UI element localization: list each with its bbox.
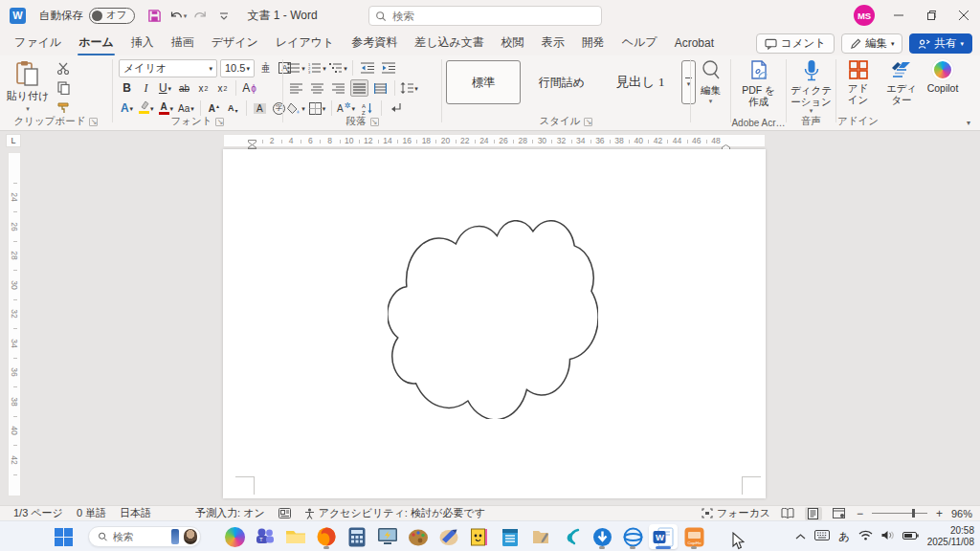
bold-button[interactable]: B [119, 79, 135, 97]
editing-menu-button[interactable]: 編集 ▾ [691, 59, 730, 104]
cut-button[interactable] [54, 59, 73, 77]
copilot-button[interactable]: Copilot [921, 59, 965, 94]
save-button[interactable] [145, 5, 166, 26]
tab-selector[interactable]: L [6, 134, 21, 147]
font-dialog-launcher[interactable]: ↘ [215, 118, 224, 126]
superscript-button[interactable]: x2 [214, 79, 231, 97]
zoom-in-button[interactable]: + [936, 507, 943, 520]
zoom-out-button[interactable]: − [857, 507, 863, 520]
tab-開発[interactable]: 開発 [573, 31, 613, 55]
print-layout-button[interactable] [805, 507, 822, 520]
addins-button[interactable]: アドイン [836, 59, 880, 105]
ime-indicator[interactable]: あ [838, 530, 850, 544]
taskbar-app-stamp-tool[interactable] [434, 524, 463, 549]
taskbar-app-wave-app[interactable] [557, 524, 586, 549]
taskbar-app-firefox[interactable] [312, 524, 341, 549]
taskbar-app-download-manager[interactable] [588, 524, 616, 549]
zoom-slider-handle[interactable] [912, 509, 915, 518]
editor-button[interactable]: エディター [880, 59, 924, 105]
font-size-select[interactable]: 10.5▾ [220, 59, 255, 77]
taskbar-app-teams[interactable]: T [251, 524, 279, 549]
language-indicator[interactable]: 日本語 [120, 506, 151, 520]
underline-button[interactable]: U▾ [157, 79, 173, 97]
search-input[interactable] [392, 11, 565, 22]
copy-button[interactable] [54, 79, 73, 97]
clock[interactable]: 20:58 2025/11/08 [927, 525, 974, 549]
titlebar-search[interactable] [368, 6, 602, 26]
autosave-toggle[interactable]: オフ [89, 8, 135, 24]
justify-button[interactable] [350, 79, 368, 97]
undo-button[interactable]: ▾ [167, 5, 189, 26]
ruby-button[interactable]: ｱ亜 [257, 59, 274, 77]
tab-レイアウト[interactable]: レイアウト [267, 31, 343, 55]
touch-keyboard-icon[interactable] [814, 530, 830, 543]
decrease-indent-button[interactable] [358, 59, 376, 77]
dictation-button[interactable]: ディクテーション ▾ [787, 59, 835, 114]
taskbar-app-copiho[interactable]: CopiHo [679, 524, 708, 549]
tab-参考資料[interactable]: 参考資料 [343, 31, 406, 55]
subscript-button[interactable]: x2 [195, 79, 212, 97]
read-mode-button[interactable] [779, 507, 796, 520]
web-layout-button[interactable] [831, 507, 848, 520]
customize-qat-button[interactable] [213, 5, 234, 26]
taskbar-app-word[interactable]: W [649, 524, 678, 549]
tab-表示[interactable]: 表示 [533, 31, 573, 55]
styles-dialog-launcher[interactable]: ↘ [584, 118, 592, 126]
tab-デザイン[interactable]: デザイン [203, 31, 267, 55]
line-spacing-button[interactable]: ▾ [400, 79, 418, 97]
maximize-button[interactable] [915, 0, 947, 31]
search-highlight-thumb2[interactable] [184, 529, 197, 544]
word-app-icon[interactable]: W [10, 8, 26, 24]
style-見出し 1[interactable]: 見出し 1 [603, 60, 678, 104]
taskbar-app-notepad[interactable] [496, 524, 524, 549]
prediction-indicator[interactable]: 予測入力: オン [195, 506, 265, 520]
paragraph-dialog-launcher[interactable]: ↘ [370, 118, 379, 126]
tab-挿入[interactable]: 挿入 [122, 31, 163, 55]
taskbar-app-paint-palette[interactable] [404, 524, 433, 549]
zoom-level[interactable]: 96% [951, 508, 972, 519]
word-count[interactable]: 0 単語 [77, 506, 106, 520]
taskbar-app-remote-monitor[interactable] [373, 524, 402, 549]
taskbar-app-sticky-notes[interactable] [465, 524, 494, 549]
font-name-select[interactable]: メイリオ▾ [119, 59, 217, 77]
cloud-shape[interactable] [388, 220, 598, 419]
tray-chevron-icon[interactable] [795, 530, 806, 543]
wifi-icon[interactable] [858, 530, 873, 543]
search-highlight-thumb1[interactable] [171, 529, 179, 544]
tab-校閲[interactable]: 校閲 [493, 31, 533, 55]
style-標準[interactable]: 標準 [446, 60, 521, 104]
multilevel-list-button[interactable]: ▾ [329, 59, 347, 77]
speaker-icon[interactable] [881, 530, 894, 543]
tab-ヘルプ[interactable]: ヘルプ [613, 31, 666, 55]
vertical-ruler[interactable]: 24262830323436384042 [8, 152, 21, 496]
distribute-button[interactable] [371, 79, 390, 97]
horizontal-ruler[interactable]: 2468101214161820222426283032343638404244… [223, 134, 766, 147]
accessibility-status[interactable]: アクセシビリティ: 検討が必要です [304, 506, 485, 520]
ocr-icon[interactable] [278, 508, 291, 518]
comments-button[interactable]: コメント [756, 33, 835, 54]
tab-差し込み文書[interactable]: 差し込み文書 [406, 31, 493, 55]
italic-button[interactable]: I [138, 79, 154, 97]
taskbar-app-folder-edit[interactable] [526, 524, 555, 549]
zoom-slider[interactable] [872, 513, 927, 514]
avatar[interactable]: MS [854, 5, 875, 26]
tab-描画[interactable]: 描画 [163, 31, 203, 55]
taskbar-app-copilot[interactable] [220, 524, 249, 549]
taskbar-app-globe-app[interactable] [618, 524, 647, 549]
taskbar-search[interactable] [88, 526, 201, 547]
paste-button[interactable]: 貼り付け ▾ [6, 59, 50, 113]
editing-mode-button[interactable]: 編集 ▾ [841, 33, 903, 54]
align-left-button[interactable] [287, 79, 305, 97]
taskbar-app-calculator[interactable] [343, 524, 371, 549]
battery-icon[interactable] [902, 530, 919, 543]
numbering-button[interactable]: 123▾ [308, 59, 326, 77]
page-indicator[interactable]: 1/3 ページ [13, 506, 63, 520]
align-center-button[interactable] [308, 79, 326, 97]
collapse-ribbon-button[interactable]: ▾ [967, 119, 970, 127]
start-button[interactable] [50, 525, 77, 548]
taskbar-app-explorer[interactable] [281, 524, 310, 549]
align-right-button[interactable] [329, 79, 347, 97]
tab-ファイル[interactable]: ファイル [6, 31, 70, 55]
taskbar-search-input[interactable] [113, 531, 167, 542]
redo-button[interactable] [190, 5, 212, 26]
